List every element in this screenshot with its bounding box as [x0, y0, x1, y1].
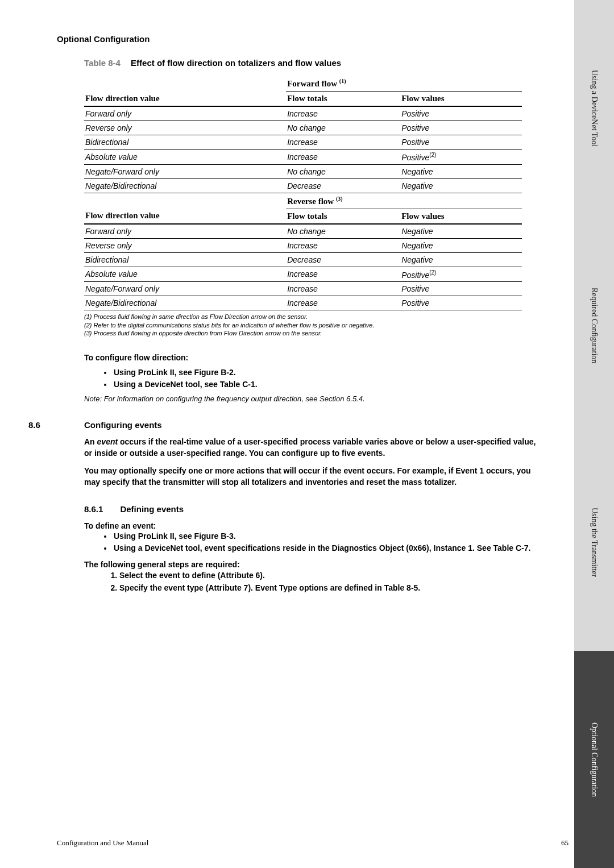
table-row: Forward onlyIncreasePositive: [84, 106, 522, 121]
table-caption: Table 8-4 Effect of flow direction on to…: [84, 58, 546, 68]
footnote-1: (1) Process fluid flowing in same direct…: [84, 313, 546, 321]
step-2: Specify the event type (Attribute 7). Ev…: [119, 583, 546, 592]
footnote-3: (3) Process fluid flowing in opposite di…: [84, 329, 546, 337]
col-header-values: Flow values: [400, 92, 522, 107]
table-row: Reverse onlyNo changePositive: [84, 121, 522, 135]
step-1: Select the event to define (Attribute 6)…: [119, 571, 546, 580]
event-def-paragraph-1: An event occurs if the real-time value o…: [84, 437, 546, 459]
flow-effect-table: Forward flow (1) Flow direction value Fl…: [84, 76, 522, 310]
col-header-direction-2: Flow direction value: [84, 209, 286, 224]
table-row: BidirectionalIncreasePositive: [84, 135, 522, 149]
tab-optional-config[interactable]: Optional Configuration: [574, 651, 614, 868]
footer-page-number: 65: [561, 838, 569, 848]
general-steps-lead: The following general steps are required…: [84, 559, 546, 571]
bullet-devicenet-c7: Using a DeviceNet tool, event specificat…: [113, 543, 546, 553]
tab-devicenet-tool[interactable]: Using a DeviceNet Tool: [574, 0, 614, 217]
bullet-devicenet: Using a DeviceNet tool, see Table C-1.: [113, 380, 546, 389]
section-8-6-title: Configuring events: [84, 420, 162, 430]
tab-using-transmitter[interactable]: Using the Transmitter: [574, 434, 614, 651]
table-row: Reverse onlyIncreaseNegative: [84, 238, 522, 252]
table-row: Absolute valueIncreasePositive(2): [84, 267, 522, 282]
table-row: Absolute valueIncreasePositive(2): [84, 149, 522, 165]
event-def-paragraph-2: You may optionally specify one or more a…: [84, 466, 546, 488]
super-header-reverse: Reverse flow (3): [286, 193, 522, 209]
table-row: Negate/Forward onlyIncreasePositive: [84, 282, 522, 296]
col-header-totals-2: Flow totals: [286, 209, 400, 224]
section-8-6-number: 8.6: [28, 420, 84, 430]
footnote-2: (2) Refer to the digital communications …: [84, 321, 546, 329]
table-number: Table 8-4: [84, 58, 121, 68]
super-header-forward: Forward flow (1): [286, 76, 522, 92]
footer-left: Configuration and Use Manual: [57, 838, 148, 848]
col-header-direction: Flow direction value: [84, 92, 286, 107]
table-row: Forward onlyNo changeNegative: [84, 224, 522, 239]
table-row: BidirectionalDecreaseNegative: [84, 252, 522, 267]
bullet-prolink-b3: Using ProLink II, see Figure B-3.: [113, 531, 546, 541]
table-row: Negate/BidirectionalDecreaseNegative: [84, 178, 522, 193]
side-tabs: Using a DeviceNet Tool Required Configur…: [574, 0, 614, 868]
table-row: Negate/BidirectionalIncreasePositive: [84, 296, 522, 310]
page-section-header: Optional Configuration: [57, 34, 546, 44]
col-header-values-2: Flow values: [400, 209, 522, 224]
tab-required-config[interactable]: Required Configuration: [574, 217, 614, 434]
define-event-lead: To define an event:: [84, 521, 546, 532]
table-title: Effect of flow direction on totalizers a…: [131, 58, 341, 68]
configure-flow-lead: To configure flow direction:: [84, 353, 546, 362]
bullet-prolink: Using ProLink II, see Figure B-2.: [113, 368, 546, 377]
subsection-8-6-1: 8.6.1Defining events: [84, 504, 546, 514]
col-header-totals: Flow totals: [286, 92, 400, 107]
table-footnotes: (1) Process fluid flowing in same direct…: [84, 313, 546, 337]
table-row: Negate/Forward onlyNo changeNegative: [84, 164, 522, 178]
note-freq-output: Note: For information on configuring the…: [84, 394, 546, 403]
